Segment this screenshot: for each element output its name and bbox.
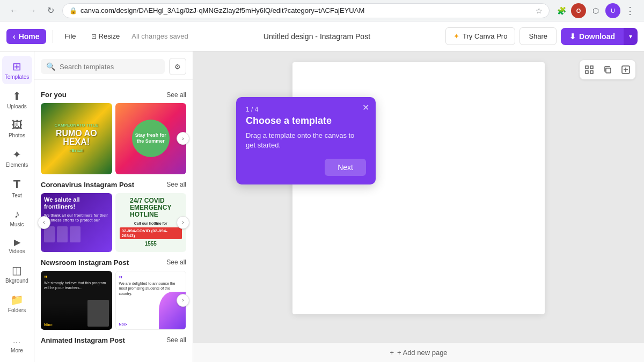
- svg-rect-1: [590, 66, 593, 69]
- coronavirus-prev-button[interactable]: ‹: [38, 216, 50, 229]
- newsroom-template-grid: " We strongly believe that this program …: [41, 271, 186, 330]
- document-title: Untitled design - Instagram Post: [193, 32, 441, 41]
- address-bar[interactable]: 🔒 canva.com/design/DAEHgl_3A1g/0zJ-qMNGz…: [62, 3, 550, 18]
- coronavirus-template-grid: ‹ We salute allfrontliners! We thank all…: [41, 193, 186, 252]
- templates-panel: 🔍 ⚙ For you See all CAMP: [34, 51, 193, 362]
- animated-title: Animated Instagram Post: [41, 336, 125, 344]
- sidebar-item-text[interactable]: T Text: [2, 173, 32, 203]
- uploads-icon: ⬆: [12, 90, 21, 102]
- folders-icon: 📁: [10, 293, 24, 306]
- search-icon: 🔍: [46, 62, 55, 71]
- share-button[interactable]: Share: [519, 27, 557, 45]
- template-fruit[interactable]: Stay fresh for the Summer: [115, 103, 187, 174]
- templates-label: Templates: [5, 74, 30, 80]
- photos-label: Photos: [9, 132, 25, 138]
- dialog-next-button[interactable]: Next: [325, 159, 366, 176]
- newsroom-title: Newsroom Instagram Post: [41, 258, 129, 267]
- sidebar-item-templates[interactable]: ⊞ Templates: [2, 56, 32, 84]
- templates-icon: ⊞: [12, 60, 21, 73]
- template-news2[interactable]: " We are delighted to announce the most …: [115, 271, 187, 330]
- filter-icon: ⚙: [174, 63, 181, 71]
- coronavirus-title: Coronavirus Instagram Post: [41, 181, 134, 189]
- resize-label: Resize: [99, 32, 120, 40]
- topbar: ‹ Home File ⊡ Resize All changes saved U…: [0, 21, 644, 51]
- try-canva-pro-button[interactable]: ✦ Try Canva Pro: [445, 27, 515, 45]
- user-avatar[interactable]: U: [605, 3, 620, 18]
- animated-see-all[interactable]: See all: [166, 336, 186, 344]
- sidebar-item-more[interactable]: ··· More: [2, 334, 32, 358]
- extensions-puzzle-icon[interactable]: ⬡: [588, 3, 603, 18]
- add-page-bar[interactable]: + + Add new page: [193, 343, 644, 362]
- dialog-title: Choose a template: [246, 115, 366, 127]
- home-label: Home: [19, 32, 40, 41]
- canvas-area: + + Add new page ✕ 1 / 4 Choose a templa…: [193, 51, 644, 362]
- sidebar-item-music[interactable]: ♪ Music: [2, 204, 32, 232]
- newsroom-next-button[interactable]: ›: [177, 294, 189, 307]
- template-covid2-image: 24/7 COVIDEMERGENCYHOTLINE Call our hotl…: [115, 193, 187, 252]
- resize-icon: ⊡: [91, 33, 97, 40]
- add-icon-button[interactable]: [618, 62, 633, 77]
- reload-button[interactable]: ↻: [43, 3, 58, 18]
- canva-app: ‹ Home File ⊡ Resize All changes saved U…: [0, 21, 644, 362]
- template-covid1[interactable]: We salute allfrontliners! We thank all o…: [41, 193, 112, 252]
- template-covid2[interactable]: 24/7 COVIDEMERGENCYHOTLINE Call our hotl…: [115, 193, 187, 252]
- for-you-see-all[interactable]: See all: [166, 91, 186, 99]
- uploads-label: Uploads: [7, 104, 27, 109]
- for-you-template-grid: CAMPEONATO TITLE RUMO AOHEXA! #Brazil St…: [41, 103, 186, 174]
- frame-icon-button[interactable]: [582, 62, 597, 77]
- profile-icon[interactable]: O: [571, 3, 586, 18]
- download-label: Download: [579, 32, 615, 41]
- file-button[interactable]: File: [60, 29, 82, 43]
- frame-icon: [585, 65, 594, 74]
- for-you-next-button[interactable]: ›: [177, 132, 189, 145]
- file-label: File: [65, 32, 76, 40]
- chevron-down-icon: ▾: [629, 33, 632, 40]
- template-news1[interactable]: " We strongly believe that this program …: [41, 271, 112, 330]
- forward-button[interactable]: →: [25, 3, 40, 18]
- search-input-wrapper[interactable]: 🔍: [41, 59, 165, 74]
- chevron-left-icon: ‹: [13, 32, 16, 41]
- template-brazil[interactable]: CAMPEONATO TITLE RUMO AOHEXA! #Brazil: [41, 103, 112, 174]
- menu-icon[interactable]: ⋮: [623, 3, 638, 18]
- back-button[interactable]: ←: [6, 3, 21, 18]
- search-bar: 🔍 ⚙: [34, 51, 193, 80]
- star-icon[interactable]: ☆: [536, 6, 543, 15]
- newsroom-see-all[interactable]: See all: [166, 258, 186, 266]
- coronavirus-see-all[interactable]: See all: [166, 181, 186, 188]
- music-label: Music: [10, 221, 24, 227]
- browser-chrome: ← → ↻ 🔒 canva.com/design/DAEHgl_3A1g/0zJ…: [0, 0, 644, 21]
- filter-button[interactable]: ⚙: [169, 58, 186, 75]
- template-covid1-image: We salute allfrontliners! We thank all o…: [41, 193, 112, 252]
- sidebar-item-uploads[interactable]: ⬆ Uploads: [2, 85, 32, 114]
- text-icon: T: [13, 178, 20, 191]
- text-label: Text: [12, 193, 21, 198]
- videos-icon: ▶: [14, 237, 20, 247]
- background-label: Bkground: [5, 278, 28, 284]
- share-label: Share: [529, 32, 547, 40]
- sidebar-item-elements[interactable]: ✦ Elements: [2, 144, 32, 172]
- sidebar-item-background[interactable]: ◫ Bkground: [2, 260, 32, 288]
- resize-button[interactable]: ⊡ Resize: [86, 29, 126, 43]
- home-button[interactable]: ‹ Home: [6, 29, 46, 44]
- sidebar-item-folders[interactable]: 📁 Folders: [2, 289, 32, 317]
- lock-icon: 🔒: [69, 7, 77, 14]
- newsroom-section-header: Newsroom Instagram Post See all: [41, 258, 186, 267]
- extensions-icon[interactable]: 🧩: [554, 3, 569, 18]
- copy-icon-button[interactable]: [600, 62, 615, 77]
- download-button-group: ⬇ Download ▾: [561, 28, 638, 45]
- download-dropdown-button[interactable]: ▾: [624, 28, 638, 45]
- add-icon: [621, 65, 630, 74]
- coronavirus-next-button[interactable]: ›: [177, 216, 189, 229]
- photos-icon: 🖼: [12, 119, 23, 131]
- add-page-label: + Add new page: [397, 349, 448, 357]
- topbar-divider: [53, 30, 53, 43]
- download-button[interactable]: ⬇ Download: [561, 28, 624, 45]
- more-icon: ···: [13, 338, 21, 346]
- browser-nav-buttons: ← → ↻: [6, 3, 58, 18]
- more-label: More: [11, 348, 23, 353]
- sidebar-item-photos[interactable]: 🖼 Photos: [2, 115, 32, 143]
- background-icon: ◫: [12, 264, 22, 277]
- search-input[interactable]: [60, 63, 159, 71]
- sidebar-item-videos[interactable]: ▶ Videos: [2, 233, 32, 258]
- template-fruit-image: Stay fresh for the Summer: [115, 103, 187, 174]
